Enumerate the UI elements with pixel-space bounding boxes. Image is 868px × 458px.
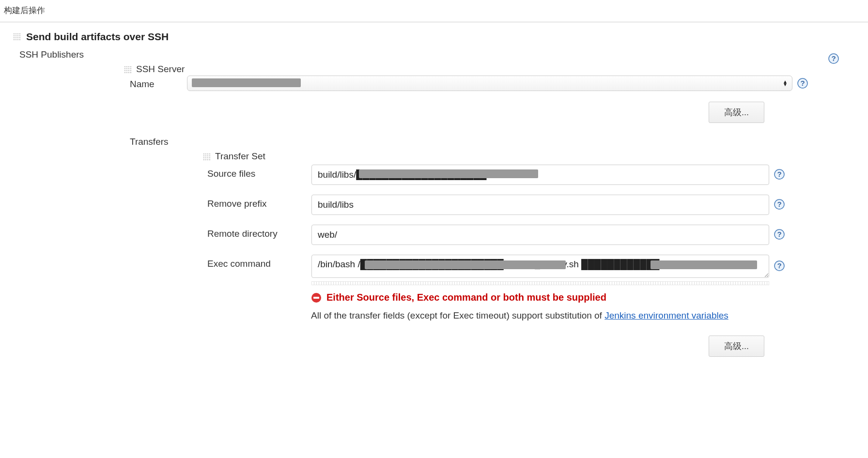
svg-text:?: ? bbox=[800, 79, 805, 87]
validation-error: Either Source files, Exec command or bot… bbox=[311, 292, 868, 303]
drag-handle-icon[interactable] bbox=[13, 32, 21, 41]
help-icon[interactable]: ? bbox=[797, 78, 808, 89]
exec-command-label: Exec command bbox=[207, 255, 311, 269]
help-icon[interactable]: ? bbox=[828, 53, 839, 64]
drag-handle-icon[interactable] bbox=[202, 153, 210, 160]
drag-handle-icon[interactable] bbox=[124, 65, 131, 73]
block-title: Send build artifacts over SSH bbox=[26, 31, 169, 43]
jenkins-env-vars-link[interactable]: Jenkins environment variables bbox=[604, 310, 728, 321]
help-icon[interactable]: ? bbox=[774, 169, 785, 180]
advanced-button[interactable]: 高级... bbox=[709, 336, 764, 357]
svg-text:?: ? bbox=[831, 54, 836, 62]
info-text: All of the transfer fields (except for E… bbox=[311, 309, 757, 323]
remote-directory-label: Remote directory bbox=[207, 225, 311, 239]
ssh-publishers-label: SSH Publishers bbox=[19, 49, 868, 60]
section-header: 构建后操作 bbox=[0, 0, 868, 22]
remove-prefix-label: Remove prefix bbox=[207, 195, 311, 209]
ssh-server-label: SSH Server bbox=[136, 64, 185, 75]
transfers-label: Transfers bbox=[130, 137, 868, 147]
name-label: Name bbox=[130, 77, 187, 90]
source-files-label: Source files bbox=[207, 165, 311, 179]
resize-handle[interactable] bbox=[311, 281, 769, 285]
error-icon bbox=[311, 292, 322, 303]
svg-text:?: ? bbox=[777, 261, 781, 270]
remote-directory-input[interactable] bbox=[311, 225, 769, 245]
validation-error-text: Either Source files, Exec command or bot… bbox=[326, 292, 606, 303]
advanced-button[interactable]: 高级... bbox=[709, 102, 764, 123]
help-icon[interactable]: ? bbox=[774, 260, 785, 271]
transfer-set-label: Transfer Set bbox=[215, 151, 265, 162]
help-icon[interactable]: ? bbox=[774, 199, 785, 210]
help-icon[interactable]: ? bbox=[774, 229, 785, 240]
post-build-block-header: Send build artifacts over SSH bbox=[13, 31, 868, 43]
svg-text:?: ? bbox=[777, 230, 781, 238]
remove-prefix-input[interactable] bbox=[311, 195, 769, 215]
svg-rect-13 bbox=[313, 297, 319, 299]
svg-text:?: ? bbox=[777, 200, 781, 208]
svg-text:?: ? bbox=[777, 170, 781, 178]
